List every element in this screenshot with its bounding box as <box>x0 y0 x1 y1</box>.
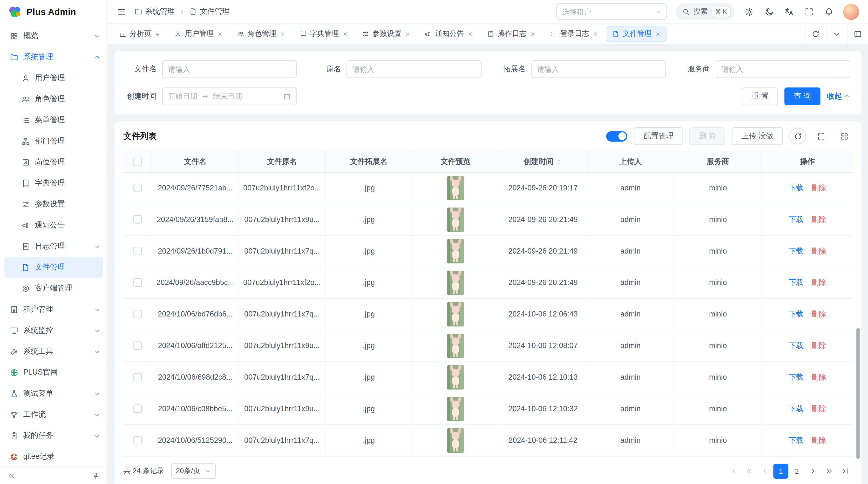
tab-pin-icon[interactable] <box>155 31 161 37</box>
config-management-button[interactable]: 配置管理 <box>634 127 683 145</box>
tab-actions-button[interactable] <box>826 24 847 44</box>
sidebar-item-post[interactable]: 岗位管理 <box>0 152 107 172</box>
provider-input[interactable] <box>722 65 844 73</box>
page-size-select[interactable]: 20条/页 <box>171 463 216 479</box>
delete-link[interactable]: 删除 <box>811 184 826 192</box>
download-link[interactable]: 下载 <box>789 184 804 192</box>
download-link[interactable]: 下载 <box>789 247 804 255</box>
last-page-button[interactable] <box>838 463 852 479</box>
download-link[interactable]: 下载 <box>789 436 804 444</box>
tab-refresh-button[interactable] <box>805 24 826 44</box>
dark-mode-toggle[interactable] <box>763 6 774 17</box>
download-link[interactable]: 下载 <box>789 373 804 381</box>
user-avatar[interactable] <box>843 4 859 20</box>
tab-oplog[interactable]: 操作日志 <box>482 26 541 41</box>
tab-dict[interactable]: 字典管理 <box>294 26 354 41</box>
sidebar-item-overview[interactable]: 概览 <box>0 26 107 46</box>
tab-close-icon[interactable] <box>279 31 285 37</box>
language-button[interactable] <box>783 6 795 17</box>
tab-close-icon[interactable] <box>217 31 223 37</box>
sidebar-item-test[interactable]: 测试菜单 <box>0 383 107 404</box>
sidebar-item-dict[interactable]: 字典管理 <box>0 172 107 194</box>
select-all-checkbox[interactable] <box>133 158 142 166</box>
delete-selected-button[interactable]: 删 除 <box>689 127 725 145</box>
download-link[interactable]: 下载 <box>789 310 804 318</box>
sidebar-item-dept[interactable]: 部门管理 <box>0 131 107 152</box>
sidebar-item-file[interactable]: 文件管理 <box>4 257 103 278</box>
sidebar-item-tasks[interactable]: 我的任务 <box>0 425 107 446</box>
fullscreen-button[interactable] <box>803 6 814 17</box>
sidebar-pin-button[interactable] <box>90 470 102 482</box>
tab-analysis[interactable]: 分析页 <box>114 26 166 41</box>
delete-link[interactable]: 删除 <box>811 278 826 286</box>
tenant-select-input[interactable] <box>562 7 655 16</box>
page-button-2[interactable]: 2 <box>789 463 804 479</box>
jump-forward-button[interactable] <box>822 463 836 479</box>
sidebar-item-system[interactable]: 系统管理 <box>0 46 107 67</box>
table-fullscreen-button[interactable] <box>812 128 829 144</box>
breadcrumb-item-file[interactable]: 文件管理 <box>189 7 230 17</box>
page-button-1[interactable]: 1 <box>773 463 788 479</box>
file-name-input[interactable] <box>168 65 291 73</box>
row-checkbox[interactable] <box>133 342 142 350</box>
delete-link[interactable]: 删除 <box>811 373 826 381</box>
sidebar-item-user[interactable]: 用户管理 <box>0 67 107 89</box>
download-link[interactable]: 下载 <box>789 404 804 412</box>
download-link[interactable]: 下载 <box>789 341 804 349</box>
sidebar-collapse-button[interactable] <box>5 470 18 482</box>
global-search[interactable]: 搜索 ⌘ K <box>676 3 735 20</box>
delete-link[interactable]: 删除 <box>811 247 826 255</box>
table-scrollbar[interactable] <box>857 328 860 459</box>
tab-role[interactable]: 角色管理 <box>231 26 291 41</box>
tab-notice[interactable]: 通知公告 <box>419 26 479 41</box>
reset-button[interactable]: 重 置 <box>742 88 778 105</box>
extension-input[interactable] <box>537 65 660 73</box>
notifications-button[interactable] <box>823 6 834 17</box>
download-link[interactable]: 下载 <box>789 215 804 223</box>
tab-close-icon[interactable] <box>405 31 411 37</box>
row-checkbox[interactable] <box>133 374 142 382</box>
column-settings-button[interactable] <box>836 128 852 144</box>
jump-back-button[interactable] <box>741 463 756 479</box>
sidebar-item-role[interactable]: 角色管理 <box>0 89 107 109</box>
column-header[interactable]: 创建时间 <box>499 151 587 172</box>
row-checkbox[interactable] <box>133 216 142 224</box>
tab-user[interactable]: 用户管理 <box>169 26 228 41</box>
toolbar-toggle[interactable] <box>607 131 627 141</box>
file-preview-thumbnail[interactable] <box>447 302 464 326</box>
breadcrumb-item-system[interactable]: 系统管理 <box>134 7 175 17</box>
date-range-input[interactable]: 开始日期 结束日期 <box>162 88 297 105</box>
file-preview-thumbnail[interactable] <box>447 428 464 452</box>
tab-close-icon[interactable] <box>467 31 473 37</box>
sidebar-item-workflow[interactable]: 工作流 <box>0 404 107 425</box>
tab-close-icon[interactable] <box>342 31 348 37</box>
file-preview-thumbnail[interactable] <box>447 176 464 200</box>
tenant-select[interactable] <box>556 3 667 20</box>
sidebar-item-gitee[interactable]: gitee记录 <box>0 446 107 466</box>
sidebar-item-client[interactable]: 客户端管理 <box>0 278 107 299</box>
first-page-button[interactable] <box>725 463 740 479</box>
app-logo[interactable]: Plus Admin <box>0 0 107 24</box>
tab-loginlog[interactable]: 登录日志 <box>544 26 604 41</box>
row-checkbox[interactable] <box>133 247 142 255</box>
delete-link[interactable]: 删除 <box>811 436 826 444</box>
file-preview-thumbnail[interactable] <box>447 365 464 389</box>
sidebar-item-tools[interactable]: 系统工具 <box>0 341 107 362</box>
tab-file[interactable]: 文件管理 <box>607 26 666 41</box>
query-button[interactable]: 查 询 <box>784 88 820 105</box>
delete-link[interactable]: 删除 <box>811 310 826 318</box>
next-page-button[interactable] <box>806 463 820 479</box>
delete-link[interactable]: 删除 <box>811 404 826 412</box>
tab-close-icon[interactable] <box>530 31 536 37</box>
row-checkbox[interactable] <box>133 310 142 318</box>
sidebar-item-tenant[interactable]: 租户管理 <box>0 299 107 320</box>
row-checkbox[interactable] <box>133 436 142 445</box>
file-preview-thumbnail[interactable] <box>447 207 464 232</box>
table-refresh-button[interactable] <box>789 128 806 144</box>
file-preview-thumbnail[interactable] <box>447 270 464 295</box>
download-link[interactable]: 下载 <box>789 278 804 286</box>
delete-link[interactable]: 删除 <box>811 215 826 223</box>
collapse-filters-link[interactable]: 收起 <box>827 91 850 101</box>
file-preview-thumbnail[interactable] <box>447 239 464 263</box>
row-checkbox[interactable] <box>133 279 142 287</box>
